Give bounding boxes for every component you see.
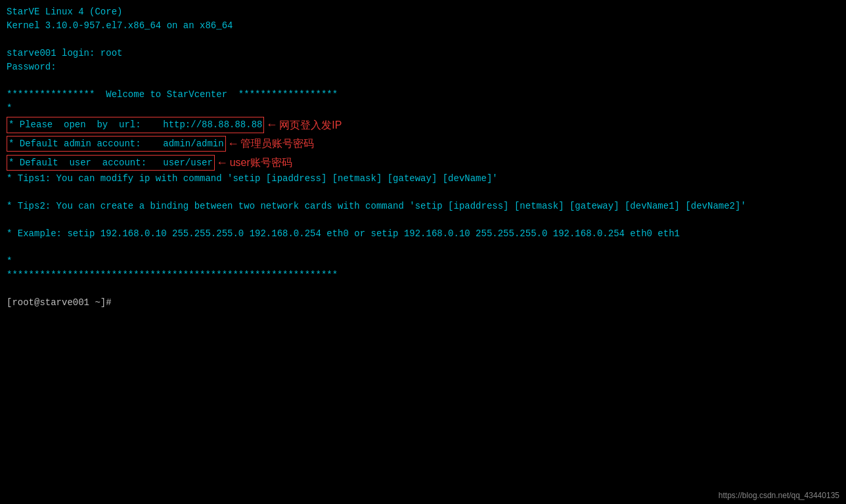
line-blank1 <box>7 33 839 47</box>
admin-annotation: 管理员账号密码 <box>240 135 314 152</box>
prompt-line[interactable]: [root@starve001 ~]# <box>7 296 839 310</box>
url-row: * Please open by url: http://88.88.88.88… <box>7 116 839 135</box>
footer-stars: ****************************************… <box>7 268 839 282</box>
blank5 <box>7 241 839 255</box>
user-annotation: user账号密码 <box>230 154 292 171</box>
admin-highlighted: * Default admin account: admin/admin <box>7 136 226 152</box>
line-star1: * <box>7 102 839 116</box>
user-row: * Default user account: user/user ← user… <box>7 154 839 173</box>
example-line: * Example: setip 192.168.0.10 255.255.25… <box>7 227 839 241</box>
line-password: Password: <box>7 60 839 74</box>
admin-row: * Default admin account: admin/admin ← 管… <box>7 135 839 154</box>
url-annotation: 网页登入发IP <box>279 117 342 134</box>
tips1-line: * Tips1: You can modify ip with command … <box>7 172 839 186</box>
line-login: starve001 login: root <box>7 47 839 60</box>
tips2-line: * Tips2: You can create a binding betwee… <box>7 200 839 213</box>
blank6 <box>7 282 839 296</box>
line-kernel: Kernel 3.10.0-957.el7.x86_64 on an x86_6… <box>7 19 839 33</box>
user-highlighted: * Default user account: user/user <box>7 155 215 171</box>
blank3 <box>7 186 839 200</box>
line-os: StarVE Linux 4 (Core) <box>7 5 839 19</box>
user-arrow: ← <box>219 154 226 173</box>
terminal-window: StarVE Linux 4 (Core) Kernel 3.10.0-957.… <box>0 0 846 315</box>
star2-line: * <box>7 255 839 268</box>
url-highlighted: * Please open by url: http://88.88.88.88 <box>7 117 264 133</box>
url-arrow: ← <box>268 116 275 135</box>
line-welcome: **************** Welcome to StarVcenter … <box>7 88 839 102</box>
admin-arrow: ← <box>230 135 237 154</box>
blank4 <box>7 213 839 227</box>
line-blank2 <box>7 74 839 88</box>
watermark: https://blog.csdn.net/qq_43440135 <box>719 491 839 500</box>
